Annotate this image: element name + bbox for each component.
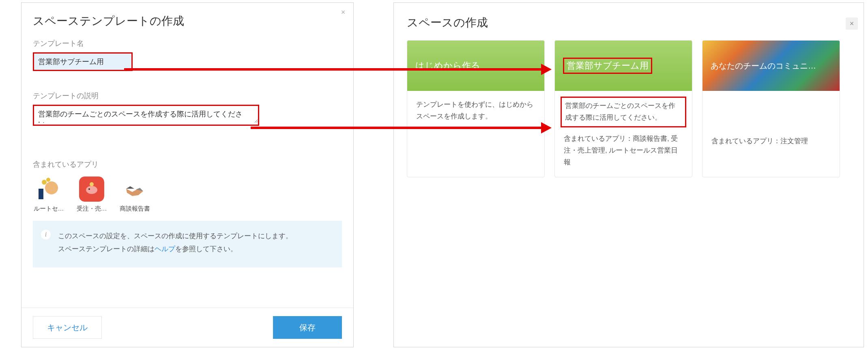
help-link[interactable]: ヘルプ [155,245,175,253]
card-desc [703,91,840,136]
close-icon[interactable]: × [338,7,348,17]
close-icon[interactable]: × [846,17,858,30]
dialog-footer: キャンセル 保存 [21,308,353,347]
info-icon: i [41,230,51,239]
cancel-button[interactable]: キャンセル [33,316,102,339]
card-header-text: 営業部サブチーム用 [567,60,649,71]
template-desc-label: テンプレートの説明 [33,91,342,101]
svg-point-3 [46,178,50,182]
app-icon-handshake [122,177,147,202]
app-icon-thumbs [36,177,61,202]
app-item[interactable]: 商談報告書 [119,177,150,213]
create-space-dialog: スペースの作成 × はじめから作る テンプレートを使わずに、はじめからスペースを… [393,2,864,347]
info-box: i このスペースの設定を、スペースの作成に使用するテンプレートにします。 スペー… [33,221,342,267]
app-label: 商談報告書 [119,205,150,213]
create-template-dialog: スペーステンプレートの作成 × テンプレート名 テンプレートの説明 営業部のチー… [21,2,354,347]
included-apps-label: 含まれているアプリ [33,159,342,169]
app-item[interactable]: 受注・売… [76,177,107,213]
svg-point-1 [45,181,58,194]
svg-point-2 [42,180,47,185]
app-item[interactable]: ルートセ… [33,177,64,213]
highlight-name-box [33,52,133,71]
highlight-desc-box: 営業部のチームごとのスペースを作成する際に活用してください。 [33,105,259,126]
save-button[interactable]: 保存 [273,316,342,339]
app-label: 受注・売… [76,205,107,213]
info-text: このスペースの設定を、スペースの作成に使用するテンプレートにします。 スペーステ… [58,230,292,256]
svg-point-6 [90,182,94,186]
svg-rect-0 [39,189,43,199]
card-header: あなたのチームのコミュニ… [703,41,840,91]
dialog-title: スペースの作成 [394,3,864,40]
apps-row: ルートセ… 受注・売… 商談報告書 [21,177,353,221]
dialog-title: スペーステンプレートの作成 [21,3,353,34]
template-desc-input[interactable]: 営業部のチームごとのスペースを作成する際に活用してください。 [34,106,258,123]
highlight-header-box: 営業部サブチーム用 [563,58,652,74]
highlight-desc-box: 営業部のチームごとのスペースを作成する際に活用してください。 [561,97,686,127]
template-name-input[interactable] [34,54,131,70]
svg-point-5 [88,188,90,190]
template-name-label: テンプレート名 [33,39,342,48]
card-header: はじめから作る [407,41,544,91]
template-cards: はじめから作る テンプレートを使わずに、はじめからスペースを作成します。 営業部… [394,40,864,177]
card-header-text: あなたのチームのコミュニ… [711,60,816,71]
info-line2a: スペーステンプレートの詳細は [58,245,155,253]
template-card-sales[interactable]: 営業部サブチーム用 営業部のチームごとのスペースを作成する際に活用してください。… [554,40,692,177]
info-line1: このスペースの設定を、スペースの作成に使用するテンプレートにします。 [58,232,292,240]
app-label: ルートセ… [33,205,64,213]
template-card-blank[interactable]: はじめから作る テンプレートを使わずに、はじめからスペースを作成します。 [407,40,545,177]
template-card-community[interactable]: あなたのチームのコミュニ… 含まれているアプリ：注文管理 [702,40,840,177]
info-line2b: を参照して下さい。 [175,245,237,253]
app-icon-piggy [79,177,104,202]
card-apps: 含まれているアプリ：商談報告書, 受注・売上管理, ルートセールス営業日報 [555,133,692,177]
card-desc: 営業部のチームごとのスペースを作成する際に活用してください。 [565,102,675,121]
card-header: 営業部サブチーム用 [555,41,692,91]
card-apps: 含まれているアプリ：注文管理 [703,136,840,156]
svg-point-4 [86,186,97,194]
